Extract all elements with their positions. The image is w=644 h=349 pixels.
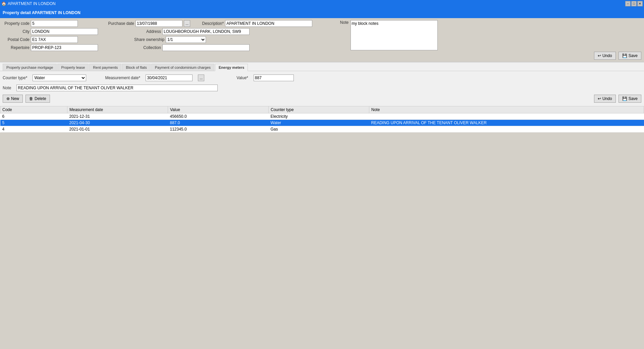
undo-icon: ↩ bbox=[598, 53, 601, 58]
address-input[interactable] bbox=[162, 28, 250, 35]
property-code-label: Property code bbox=[3, 21, 30, 26]
tab-block[interactable]: Block of flats bbox=[122, 64, 150, 71]
property-save-button[interactable]: 💾 Save bbox=[619, 52, 641, 60]
measurement-date-input[interactable] bbox=[146, 74, 193, 81]
energy-meters-table: Code Measurement date Value Counter type… bbox=[0, 106, 644, 133]
value-label: Value* bbox=[236, 76, 248, 80]
property-fields-section: Property code City Postal Code Repertoir… bbox=[0, 18, 644, 62]
note-textarea[interactable]: my block notes bbox=[351, 20, 438, 50]
close-button[interactable]: ✕ bbox=[637, 1, 643, 6]
right-fields: Note my block notes ↩ Undo 💾 Save bbox=[322, 20, 641, 61]
description-input[interactable] bbox=[225, 20, 312, 27]
purchase-date-picker-button[interactable]: ... bbox=[184, 20, 190, 27]
table-row[interactable]: 42021-01-01112345.0Gas bbox=[0, 126, 644, 133]
collection-input[interactable] bbox=[162, 44, 250, 51]
delete-button[interactable]: 🗑 Delete bbox=[25, 95, 50, 103]
save-icon: 💾 bbox=[622, 53, 627, 58]
energy-note-input[interactable] bbox=[16, 85, 218, 91]
table-row[interactable]: 52021-04-30887.0WaterREADING UPON ARRIVA… bbox=[0, 120, 644, 126]
address-label: Address bbox=[134, 29, 161, 34]
energy-meters-form: Counter type* Water Electricity Gas Meas… bbox=[0, 71, 644, 106]
measurement-date-label: Measurement date* bbox=[105, 76, 140, 80]
middle-fields: Purchase date ... Description* Address S… bbox=[107, 20, 312, 52]
tab-mortgage[interactable]: Property purchase mortgage bbox=[3, 64, 57, 71]
new-icon: ⊕ bbox=[6, 96, 10, 101]
energy-save-button[interactable]: 💾 Save bbox=[619, 95, 641, 103]
share-ownership-label: Share ownership bbox=[134, 37, 164, 42]
left-fields: Property code City Postal Code Repertoir… bbox=[3, 20, 98, 52]
note-label: Note bbox=[322, 20, 348, 25]
city-label: City bbox=[3, 29, 30, 34]
title-bar: 🏠 APARTMENT IN LONDON − □ ✕ bbox=[0, 0, 644, 7]
property-undo-button[interactable]: ↩ Undo bbox=[594, 52, 616, 60]
purchase-date-label: Purchase date bbox=[107, 21, 134, 26]
col-header-measurement-date: Measurement date bbox=[67, 106, 168, 113]
restore-button[interactable]: □ bbox=[631, 1, 637, 6]
energy-undo-button[interactable]: ↩ Undo bbox=[594, 95, 616, 103]
minimize-button[interactable]: − bbox=[625, 1, 631, 6]
property-code-input[interactable] bbox=[31, 20, 78, 27]
repertoire-label: Repertoire bbox=[3, 45, 30, 50]
energy-save-icon: 💾 bbox=[622, 96, 627, 101]
description-label: Description* bbox=[197, 21, 224, 26]
energy-note-label: Note bbox=[3, 86, 11, 90]
delete-icon: 🗑 bbox=[29, 96, 33, 101]
purchase-date-input[interactable] bbox=[136, 20, 182, 27]
app-icon: 🏠 bbox=[1, 1, 6, 6]
repertoire-input[interactable] bbox=[31, 44, 98, 51]
measurement-date-picker-button[interactable]: ... bbox=[198, 74, 204, 81]
collection-label: Collection bbox=[134, 45, 161, 50]
value-input[interactable] bbox=[254, 74, 294, 81]
tabs-section: Property purchase mortgage Property leas… bbox=[0, 62, 644, 71]
counter-type-select[interactable]: Water Electricity Gas bbox=[33, 74, 86, 81]
new-button[interactable]: ⊕ New bbox=[3, 95, 23, 103]
postal-code-input[interactable] bbox=[31, 36, 78, 43]
col-header-value: Value bbox=[168, 106, 269, 113]
city-input[interactable] bbox=[31, 28, 98, 35]
col-header-note: Note bbox=[369, 106, 644, 113]
tab-energy[interactable]: Energy meters bbox=[215, 64, 248, 71]
tab-lease[interactable]: Property lease bbox=[57, 64, 89, 71]
app-title: APARTMENT IN LONDON bbox=[8, 1, 56, 6]
share-ownership-select[interactable]: 1/1 bbox=[166, 36, 206, 43]
col-header-code: Code bbox=[0, 106, 67, 113]
table-row[interactable]: 62021-12-31456650.0Electricity bbox=[0, 113, 644, 120]
counter-type-label: Counter type* bbox=[3, 76, 27, 80]
tab-condominium[interactable]: Payment of condominium charges bbox=[151, 64, 214, 71]
energy-undo-icon: ↩ bbox=[598, 96, 601, 101]
tab-rent[interactable]: Rent payments bbox=[89, 64, 121, 71]
col-header-counter-type: Counter type bbox=[269, 106, 369, 113]
page-header: Property detail APARTMENT IN LONDON bbox=[0, 7, 644, 18]
postal-code-label: Postal Code bbox=[3, 37, 30, 42]
page-title: Property detail APARTMENT IN LONDON bbox=[3, 10, 80, 15]
